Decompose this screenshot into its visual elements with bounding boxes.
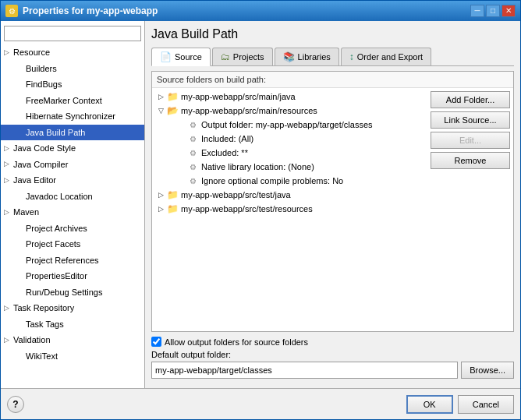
panel-title: Java Build Path [151,27,514,41]
expand-icon: ▷ [4,175,12,186]
source-tab-icon: 📄 [160,51,172,62]
sidebar-item-label: Run/Debug Settings [26,286,102,299]
order-tab-icon: ↕ [349,51,354,62]
minimize-button[interactable]: ─ [470,5,484,17]
window: ⚙ Properties for my-app-webapp ─ □ ✕ ▷ R… [0,0,521,420]
output-row: Browse... [151,362,514,379]
close-button[interactable]: ✕ [502,5,516,17]
link-source-button[interactable]: Link Source... [431,111,510,129]
allow-output-label: Allow output folders for source folders [165,337,308,347]
tree-item-excluded[interactable]: ⚙ Excluded: ** [154,146,426,160]
sidebar-item-task-repository[interactable]: ▷ Task Repository [1,300,144,316]
sidebar-item-label: Project References [26,254,99,267]
sidebar-item-validation[interactable]: ▷ Validation [1,332,144,348]
sidebar-item-label: Javadoc Location [26,190,93,203]
sidebar-item-maven[interactable]: ▷ Maven [1,204,144,221]
sidebar-item-freemarker[interactable]: FreeMarker Context [1,93,144,109]
cancel-button[interactable]: Cancel [458,395,514,414]
native-lib-icon: ⚙ [186,161,199,173]
default-output-input[interactable] [151,362,458,379]
setting-icon: ⚙ [186,118,199,131]
folder-icon: 📁 [166,203,179,215]
edit-button[interactable]: Edit... [431,132,510,149]
sidebar-item-label: Task Repository [13,302,74,315]
tab-source[interactable]: 📄 Source [151,48,211,66]
remove-button[interactable]: Remove [431,152,510,169]
sidebar-item-label: Project Archives [26,222,87,235]
sidebar-item-project-archives[interactable]: Project Archives [1,221,144,237]
expand-icon: ▷ [4,303,12,314]
expand-icon: ▷ [4,207,12,218]
expand-icon: ▷ [4,335,12,346]
tree-item-label: Excluded: ** [201,148,248,157]
allow-output-checkbox[interactable] [151,337,161,347]
tree-item-label: Included: (All) [201,134,253,143]
included-icon: ⚙ [186,132,199,145]
folder-icon: 📁 [166,90,179,103]
sidebar-item-java-code-style[interactable]: ▷ Java Code Style [1,140,144,157]
sidebar-item-label: PropertiesEditor [26,270,87,283]
sidebar-item-properties-editor[interactable]: PropertiesEditor [1,268,144,284]
tree-item-test-resources[interactable]: ▷ 📁 my-app-webapp/src/test/resources [154,202,426,216]
window-title: Properties for my-app-webapp [23,5,158,16]
expand-icon: ▷ [4,159,12,170]
right-section: ▷ 📁 my-app-webapp/src/main/java ▽ 📂 my-a… [152,88,513,331]
sidebar-item-java-editor[interactable]: ▷ Java Editor [1,172,144,189]
sidebar-item-builders[interactable]: Builders [1,61,144,77]
tree-item-ignore-problems[interactable]: ⚙ Ignore optional compile problems: No [154,174,426,188]
expand-icon: ▷ [155,203,166,214]
sidebar-item-wikitext[interactable]: WikiText [1,348,144,365]
tabs-bar: 📄 Source 🗂 Projects 📚 Libraries ↕ Order … [151,48,514,66]
excluded-icon: ⚙ [186,146,199,159]
expand-icon: ▷ [4,48,12,58]
sidebar-item-label: Validation [13,334,51,347]
folder-icon: 📁 [166,189,179,201]
sidebar-item-java-build-path[interactable]: Java Build Path [1,125,144,141]
tree-item-label: Native library location: (None) [201,162,314,171]
ignore-problems-icon: ⚙ [186,175,199,187]
tree-item-output-folder[interactable]: ⚙ Output folder: my-app-webapp/target/cl… [154,118,426,132]
sidebar-item-label: Java Compiler [13,158,68,171]
sidebar-item-hibernate[interactable]: Hibernate Synchronizer [1,108,144,125]
sidebar-item-label: Resource [13,46,50,59]
source-tree[interactable]: ▷ 📁 my-app-webapp/src/main/java ▽ 📂 my-a… [152,88,427,331]
sidebar-item-label: WikiText [26,350,58,363]
sidebar-item-run-debug[interactable]: Run/Debug Settings [1,284,144,301]
tab-libraries[interactable]: 📚 Libraries [275,48,339,65]
dialog-footer: ? OK Cancel [1,388,520,419]
tab-projects[interactable]: 🗂 Projects [212,48,273,65]
sidebar-item-resource[interactable]: ▷ Resource [1,44,144,61]
browse-button[interactable]: Browse... [461,362,514,379]
sidebar-item-task-tags[interactable]: Task Tags [1,316,144,333]
sidebar-item-label: Project Facets [26,238,80,251]
tree-item-label: Output folder: my-app-webapp/target/clas… [201,120,373,129]
tree-item-test-java[interactable]: ▷ 📁 my-app-webapp/src/test/java [154,188,426,202]
content-area: ▷ Resource Builders FindBugs FreeMarker … [1,21,520,388]
sidebar-item-java-compiler[interactable]: ▷ Java Compiler [1,157,144,173]
tree-item-label: my-app-webapp/src/main/resources [181,106,317,115]
tree-item-included[interactable]: ⚙ Included: (All) [154,132,426,146]
help-button[interactable]: ? [7,396,24,413]
expand-icon: ▷ [155,91,166,102]
main-panel: Java Build Path 📄 Source 🗂 Projects 📚 Li… [145,21,520,388]
sidebar-item-project-references[interactable]: Project References [1,252,144,269]
bottom-section: Allow output folders for source folders … [151,332,514,382]
sidebar-item-label: Java Code Style [13,142,76,155]
tree-item-label: my-app-webapp/src/test/java [181,190,291,199]
ok-button[interactable]: OK [406,395,453,414]
source-folders-label: Source folders on build path: [152,72,513,88]
tab-libraries-label: Libraries [298,52,331,62]
sidebar: ▷ Resource Builders FindBugs FreeMarker … [1,21,145,388]
tree-item-main-resources[interactable]: ▽ 📂 my-app-webapp/src/main/resources [154,104,426,118]
tree-item-native-lib[interactable]: ⚙ Native library location: (None) [154,160,426,174]
default-output-label: Default output folder: [151,350,514,359]
add-folder-button[interactable]: Add Folder... [431,91,510,108]
tree-item-main-java[interactable]: ▷ 📁 my-app-webapp/src/main/java [154,90,426,104]
search-input[interactable] [4,26,141,41]
tab-source-label: Source [175,52,202,62]
tab-order-export[interactable]: ↕ Order and Export [341,48,431,65]
sidebar-item-project-facets[interactable]: Project Facets [1,236,144,252]
sidebar-item-findbugs[interactable]: FindBugs [1,76,144,93]
maximize-button[interactable]: □ [486,5,500,17]
sidebar-item-javadoc[interactable]: Javadoc Location [1,189,144,205]
